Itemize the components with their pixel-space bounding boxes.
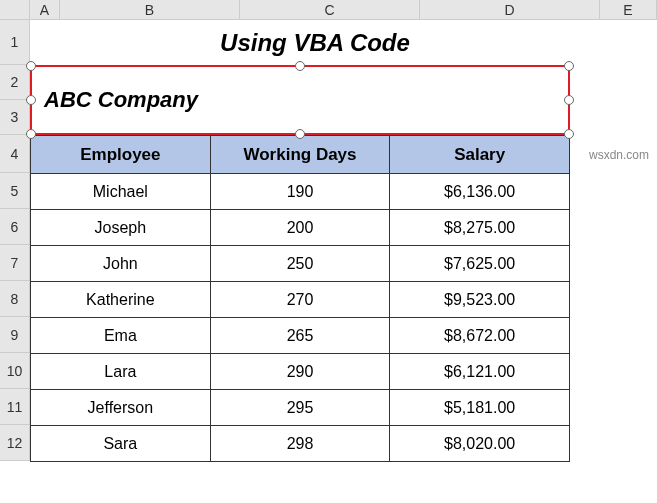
row-header-4[interactable]: 4: [0, 135, 30, 173]
cell-salary[interactable]: $8,672.00: [390, 318, 570, 354]
select-all-corner[interactable]: [0, 0, 30, 19]
cell-salary[interactable]: $9,523.00: [390, 282, 570, 318]
watermark: wsxdn.com: [589, 148, 649, 162]
table-row: Katherine 270 $9,523.00: [31, 282, 570, 318]
data-table: Employee Working Days Salary Michael 190…: [30, 135, 570, 462]
col-header-C[interactable]: C: [240, 0, 420, 19]
page-title: Using VBA Code: [30, 20, 570, 65]
table-row: Joseph 200 $8,275.00: [31, 210, 570, 246]
table-header-row: Employee Working Days Salary: [31, 136, 570, 174]
cell-salary[interactable]: $8,020.00: [390, 426, 570, 462]
table-row: John 250 $7,625.00: [31, 246, 570, 282]
cell-working-days[interactable]: 250: [210, 246, 390, 282]
row-header-12[interactable]: 12: [0, 425, 30, 461]
resize-handle-ml[interactable]: [26, 95, 36, 105]
textbox-shape[interactable]: ABC Company: [30, 65, 570, 135]
row-headers: 1 2 3 4 5 6 7 8 9 10 11 12: [0, 20, 30, 462]
header-salary[interactable]: Salary: [390, 136, 570, 174]
row-header-9[interactable]: 9: [0, 317, 30, 353]
row-header-1[interactable]: 1: [0, 20, 30, 65]
cell-employee[interactable]: John: [31, 246, 211, 282]
col-header-D[interactable]: D: [420, 0, 600, 19]
row-header-7[interactable]: 7: [0, 245, 30, 281]
cell-employee[interactable]: Jefferson: [31, 390, 211, 426]
header-employee[interactable]: Employee: [31, 136, 211, 174]
cell-employee[interactable]: Joseph: [31, 210, 211, 246]
cell-working-days[interactable]: 190: [210, 174, 390, 210]
cell-employee[interactable]: Lara: [31, 354, 211, 390]
header-working-days[interactable]: Working Days: [210, 136, 390, 174]
cell-employee[interactable]: Sara: [31, 426, 211, 462]
cell-employee[interactable]: Katherine: [31, 282, 211, 318]
row-header-6[interactable]: 6: [0, 209, 30, 245]
cell-working-days[interactable]: 265: [210, 318, 390, 354]
resize-handle-bl[interactable]: [26, 129, 36, 139]
row-header-10[interactable]: 10: [0, 353, 30, 389]
cell-salary[interactable]: $8,275.00: [390, 210, 570, 246]
cell-employee[interactable]: Ema: [31, 318, 211, 354]
textbox-text: ABC Company: [44, 87, 198, 113]
table-row: Michael 190 $6,136.00: [31, 174, 570, 210]
table-row: Jefferson 295 $5,181.00: [31, 390, 570, 426]
col-header-E[interactable]: E: [600, 0, 657, 19]
resize-handle-tm[interactable]: [295, 61, 305, 71]
row-header-3[interactable]: 3: [0, 100, 30, 135]
cell-employee[interactable]: Michael: [31, 174, 211, 210]
resize-handle-mr[interactable]: [564, 95, 574, 105]
cell-salary[interactable]: $5,181.00: [390, 390, 570, 426]
table-row: Lara 290 $6,121.00: [31, 354, 570, 390]
col-header-A[interactable]: A: [30, 0, 60, 19]
cell-salary[interactable]: $6,136.00: [390, 174, 570, 210]
row-header-11[interactable]: 11: [0, 389, 30, 425]
resize-handle-br[interactable]: [564, 129, 574, 139]
resize-handle-tl[interactable]: [26, 61, 36, 71]
table-row: Ema 265 $8,672.00: [31, 318, 570, 354]
row-header-2[interactable]: 2: [0, 65, 30, 100]
column-headers: A B C D E: [0, 0, 657, 20]
cell-salary[interactable]: $6,121.00: [390, 354, 570, 390]
cell-working-days[interactable]: 298: [210, 426, 390, 462]
table-row: Sara 298 $8,020.00: [31, 426, 570, 462]
cell-working-days[interactable]: 290: [210, 354, 390, 390]
row-header-5[interactable]: 5: [0, 173, 30, 209]
cell-working-days[interactable]: 295: [210, 390, 390, 426]
spreadsheet-grid: A B C D E 1 2 3 4 5 6 7 8 9 10 11 12 Usi…: [0, 0, 657, 503]
resize-handle-tr[interactable]: [564, 61, 574, 71]
cell-salary[interactable]: $7,625.00: [390, 246, 570, 282]
cell-working-days[interactable]: 200: [210, 210, 390, 246]
col-header-B[interactable]: B: [60, 0, 240, 19]
cells-area[interactable]: Using VBA Code ABC Company Employee Work…: [30, 20, 657, 462]
row-header-8[interactable]: 8: [0, 281, 30, 317]
resize-handle-bm[interactable]: [295, 129, 305, 139]
cell-working-days[interactable]: 270: [210, 282, 390, 318]
